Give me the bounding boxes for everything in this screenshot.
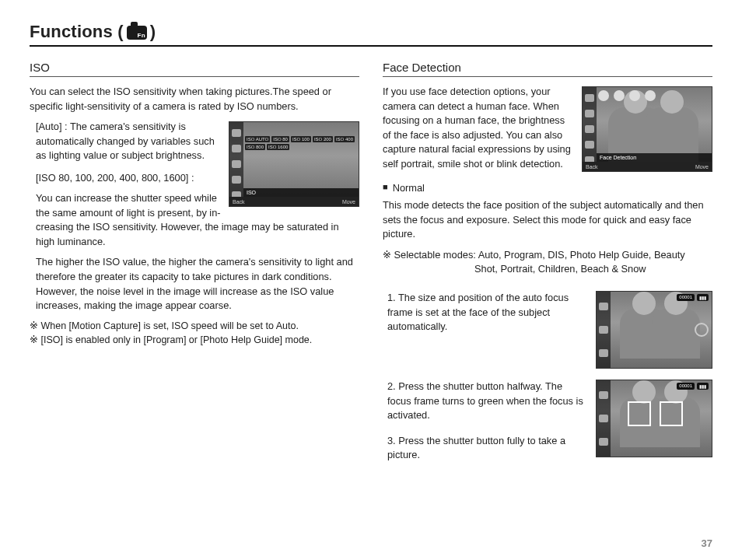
- title-suffix: ): [150, 22, 156, 42]
- fd-mode-icons: [598, 90, 709, 101]
- page-number: 37: [702, 537, 712, 549]
- iso-lcd-move: Move: [342, 199, 355, 205]
- fd-lcd-menu-label: Face Detection: [597, 153, 712, 162]
- focus-box-right: [660, 401, 683, 426]
- fd-icon-blink: [645, 90, 656, 101]
- fd-icon-self: [614, 90, 625, 101]
- fd-step-1: 1. The size and position of the auto foc…: [383, 291, 712, 369]
- right-column: Face Detection Face Detection Back Move: [383, 61, 712, 474]
- focus-box-left: [628, 401, 651, 426]
- fd-selectable-prefix: ※ Selectable modes:: [383, 249, 478, 261]
- fd-mode-label: Normal: [393, 182, 425, 194]
- fd-selectable-1: Auto, Program, DIS, Photo Help Guide, Be…: [478, 249, 685, 261]
- iso-lcd-preview: ISO AUTOISO 80ISO 100ISO 200ISO 400ISO 8…: [229, 121, 359, 207]
- iso-note-2: ※ [ISO] is enabled only in [Program] or …: [30, 334, 359, 345]
- fd-heading: Face Detection: [383, 61, 712, 77]
- fd-selectable-line1: ※ Selectable modes: Auto, Program, DIS, …: [383, 248, 712, 263]
- battery-icon: ▮▮▮: [697, 294, 709, 301]
- title-prefix: Functions (: [30, 22, 124, 42]
- left-column: ISO You can select the ISO sensitivity w…: [30, 61, 359, 474]
- fd-mode-text: This mode detects the face position of t…: [383, 198, 712, 242]
- face-detect-icon: [695, 323, 709, 337]
- fd-selectable-line2: Shot, Portrait, Children, Beach & Snow: [474, 262, 712, 277]
- fd-lcd-move: Move: [695, 164, 709, 170]
- iso-range-text-3: The higher the ISO value, the higher the…: [36, 255, 359, 313]
- fd-lcd-back: Back: [586, 164, 598, 170]
- page-title: Functions ( ): [30, 22, 712, 47]
- iso-note-1: ※ When [Motion Capture] is set, ISO spee…: [30, 320, 359, 331]
- iso-lcd-back: Back: [233, 199, 245, 205]
- camera-fn-icon: [127, 26, 147, 40]
- fd-step-1-lcd: 00001▮▮▮: [596, 291, 712, 369]
- osd-counter: 00001: [677, 294, 695, 301]
- iso-lcd-menu-label: ISO: [243, 188, 359, 197]
- square-bullet-icon: ■: [383, 182, 388, 191]
- battery-icon: ▮▮▮: [697, 383, 709, 390]
- iso-range-text-2: creasing the ISO sensitivity. However, t…: [36, 220, 359, 249]
- fd-step-3-text: 3. Press the shutter button fully to tak…: [387, 434, 586, 463]
- fd-icon-smile: [629, 90, 640, 101]
- fd-step-2-text: 2. Press the shutter button halfway. The…: [387, 380, 586, 423]
- iso-auto-label: [Auto] :: [36, 121, 70, 132]
- fd-lcd-preview: Face Detection Back Move: [582, 86, 712, 172]
- iso-heading: ISO: [30, 61, 359, 77]
- iso-option-strip: ISO AUTOISO 80ISO 100ISO 200ISO 400ISO 8…: [245, 136, 357, 150]
- iso-intro: You can select the ISO sensitivity when …: [30, 85, 359, 114]
- fd-step-2-lcd: 00001▮▮▮: [596, 380, 712, 457]
- fd-step-2-3: 2. Press the shutter button halfway. The…: [383, 380, 712, 463]
- fd-step-1-text: 1. The size and position of the auto foc…: [383, 291, 586, 334]
- fd-icon-normal: [598, 90, 609, 101]
- osd-counter: 00001: [677, 383, 695, 390]
